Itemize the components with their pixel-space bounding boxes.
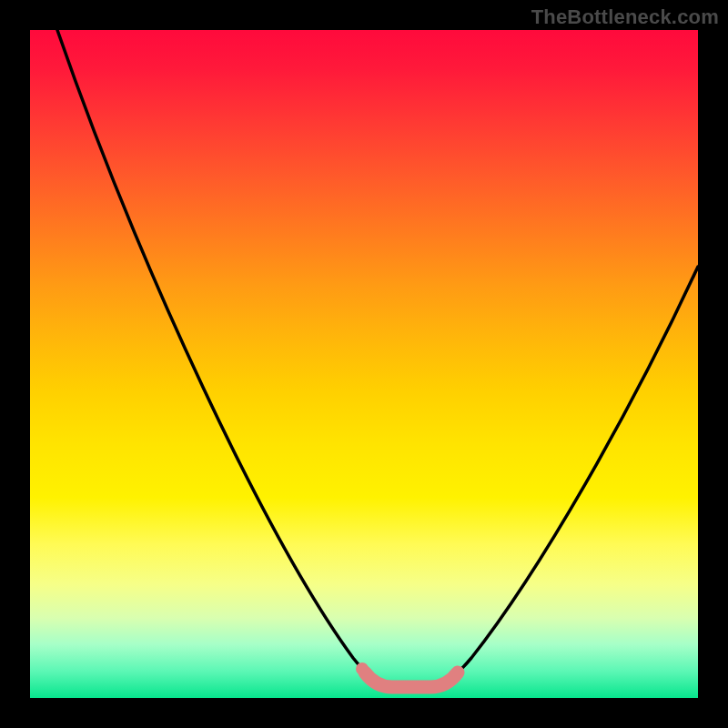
plot-area <box>30 30 698 698</box>
bottleneck-curve <box>30 30 698 698</box>
watermark-text: TheBottleneck.com <box>531 5 719 29</box>
flat-region-band <box>365 672 458 687</box>
flat-region-start-dot <box>356 662 369 675</box>
curve-path <box>57 30 698 687</box>
chart-frame: TheBottleneck.com <box>0 0 728 728</box>
